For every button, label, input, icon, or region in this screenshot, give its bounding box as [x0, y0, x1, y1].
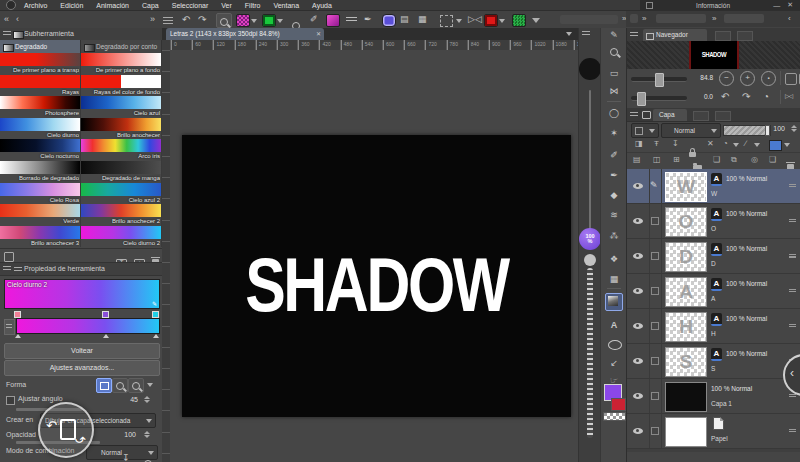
line-tool-icon[interactable]: ↙: [601, 358, 627, 368]
eye-icon[interactable]: [633, 288, 643, 294]
marquee-tool-icon[interactable]: ▭: [601, 68, 627, 78]
select-area-icon[interactable]: [440, 15, 453, 27]
gradient-preset[interactable]: Cielo diurno 2: [81, 226, 162, 248]
angle-stepper[interactable]: [144, 396, 150, 403]
lasso-tool-icon[interactable]: ⋈: [601, 86, 627, 96]
zoom-tool-icon[interactable]: [601, 48, 627, 58]
reset-rotation-icon[interactable]: ◔: [763, 92, 769, 102]
mask-icon[interactable]: ◔: [723, 137, 728, 151]
gradient-preset[interactable]: Brillo anochecer: [81, 118, 162, 140]
sliders-icon[interactable]: [346, 17, 357, 24]
eyedropper-icon[interactable]: ✐: [310, 15, 318, 24]
menu-item[interactable]: Animación: [96, 2, 129, 9]
palette-color-dropdown[interactable]: [631, 123, 659, 138]
gradient-preset[interactable]: Rayas del color de fondo: [81, 75, 162, 97]
tab-layer-property-icon[interactable]: [693, 111, 709, 121]
layer-opacity-stepper[interactable]: [791, 125, 797, 132]
shape-ellipse-button[interactable]: [128, 378, 144, 393]
layer-checkbox[interactable]: [651, 252, 659, 260]
gradient-preset[interactable]: Cielo diurno: [0, 118, 81, 140]
eye-icon[interactable]: [633, 218, 643, 224]
layer-thumbnail[interactable]: W: [665, 172, 707, 202]
layer-visibility-cell[interactable]: [627, 414, 650, 448]
navigator-preview[interactable]: SHADOW: [627, 41, 800, 69]
artwork-canvas[interactable]: SHADOW: [182, 135, 571, 417]
layer-row-menu-icon[interactable]: [789, 289, 796, 294]
layer-row-menu-icon[interactable]: [789, 429, 796, 434]
layer-checkbox[interactable]: [651, 322, 659, 330]
operation-tool-icon[interactable]: ✎: [601, 30, 627, 40]
blend-mode-dropdown[interactable]: Normal: [661, 123, 721, 138]
tab-degradado-contorno[interactable]: Degradado por conto: [81, 40, 162, 53]
layer-visibility-cell[interactable]: [627, 309, 650, 343]
layer-check-cell[interactable]: [649, 379, 662, 413]
zoom-in-icon[interactable]: +: [740, 71, 755, 86]
gradient-preset[interactable]: Photosphere: [0, 96, 81, 118]
eyedropper-icon[interactable]: ✐: [601, 150, 627, 160]
tab-animation-icon[interactable]: [715, 111, 731, 121]
back-icon[interactable]: ‹: [788, 15, 791, 23]
gradient-preset[interactable]: De primer plano a transp: [0, 53, 81, 75]
layer-check-cell[interactable]: [649, 204, 662, 238]
layer-row[interactable]: DA100 % NormalD: [627, 239, 800, 274]
screentone-dropdown-icon[interactable]: [251, 19, 257, 23]
eye-icon[interactable]: [633, 428, 643, 434]
layer-checkbox[interactable]: [651, 287, 659, 295]
gradient-preset[interactable]: Cielo Rosa: [0, 183, 81, 205]
eye-icon[interactable]: [633, 393, 643, 399]
slider-knob[interactable]: [584, 254, 596, 266]
more-tools-dropdown-icon[interactable]: [532, 18, 540, 23]
layer-thumbnail[interactable]: A: [665, 277, 707, 307]
dock-strip[interactable]: [560, 15, 618, 24]
pen-nib-icon[interactable]: ✒: [364, 15, 372, 24]
airbrush-tool-icon[interactable]: ⁂: [601, 231, 627, 241]
screentone-swatch-icon[interactable]: [236, 14, 250, 27]
layer-check-cell[interactable]: [649, 414, 662, 448]
eye-icon[interactable]: [633, 253, 643, 259]
gradient-preset[interactable]: Borrado de degradado: [0, 161, 81, 183]
clip-to-layer-icon[interactable]: ◨: [635, 137, 643, 151]
forward-icon[interactable]: »: [712, 15, 716, 23]
layer-row-menu-icon[interactable]: [789, 324, 796, 329]
zoom-out-icon[interactable]: −: [719, 71, 734, 86]
layer-row[interactable]: HA100 % NormalH: [627, 309, 800, 344]
menu-item[interactable]: Archivo: [24, 2, 47, 9]
undo-icon[interactable]: ↶: [182, 15, 190, 25]
layer-row[interactable]: OA100 % NormalO: [627, 204, 800, 239]
hamburger-menu-icon[interactable]: [163, 17, 173, 24]
transparent-color-swatch[interactable]: [603, 412, 626, 421]
informacion-titlebar[interactable]: Información — ✕: [640, 0, 800, 10]
balloon-tool-icon[interactable]: [608, 340, 622, 350]
ellipse-tool-icon[interactable]: ◯: [601, 108, 627, 118]
gradient-preset[interactable]: Cielo azul: [81, 96, 162, 118]
dock-handle[interactable]: [724, 14, 764, 23]
layer-visibility-cell[interactable]: [627, 379, 650, 413]
alpha-lock-icon[interactable]: Ŧ: [654, 137, 659, 151]
menu-item[interactable]: Ver: [221, 2, 232, 9]
layer-visibility-cell[interactable]: [627, 239, 650, 273]
gradient-preset[interactable]: Cielo nocturno: [0, 139, 81, 161]
new-layer-icon[interactable]: ◫: [653, 153, 661, 167]
close-icon[interactable]: ✕: [787, 1, 793, 9]
gradient-stop[interactable]: [14, 311, 21, 318]
layer-thumbnail[interactable]: D: [665, 242, 707, 272]
layer-checkbox[interactable]: [651, 357, 659, 365]
register-icon[interactable]: ↧: [122, 454, 130, 462]
column-menu-icon[interactable]: [582, 31, 590, 37]
layer-checkbox[interactable]: [651, 427, 659, 435]
gradient-editor-handle[interactable]: [4, 319, 15, 335]
stop-marker[interactable]: [153, 334, 159, 338]
opacity-stepper[interactable]: [144, 431, 150, 438]
gradient-editor-bar[interactable]: [16, 318, 160, 334]
eye-icon[interactable]: [633, 183, 643, 189]
layer-check-cell[interactable]: [649, 274, 662, 308]
layer-row-menu-icon[interactable]: [789, 219, 796, 224]
frame-tool-icon[interactable]: ▦: [601, 274, 627, 284]
tab-degradado[interactable]: Degradado: [0, 40, 81, 53]
layer-visibility-cell[interactable]: [627, 204, 650, 238]
decoration-tool-icon[interactable]: ❖: [601, 254, 627, 264]
layer-checkbox[interactable]: [651, 392, 659, 400]
flip-horizontal-icon[interactable]: ▷◁: [785, 93, 792, 99]
green-dropdown-icon[interactable]: [277, 19, 283, 23]
ajustar-angulo-checkbox[interactable]: [6, 396, 15, 405]
